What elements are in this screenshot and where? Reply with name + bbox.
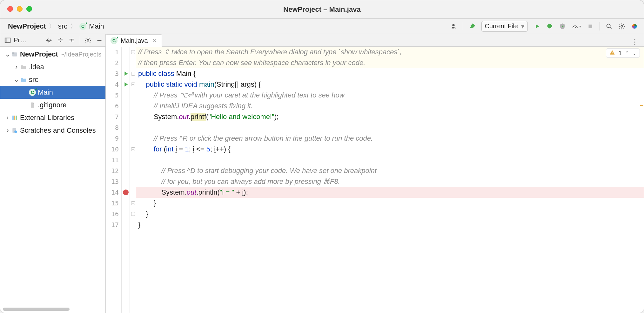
- build-icon[interactable]: [469, 23, 476, 30]
- editor-tab-main[interactable]: C Main.java ✕: [106, 34, 162, 47]
- fold-gutter-cell[interactable]: [130, 155, 136, 165]
- line-number[interactable]: 17: [106, 219, 121, 230]
- run-gutter-cell[interactable]: [122, 187, 130, 198]
- code-line[interactable]: System.out.printf("Hello and welcome!");: [136, 111, 644, 122]
- line-number[interactable]: 11: [106, 155, 121, 165]
- fold-gutter-cell[interactable]: [130, 144, 136, 155]
- line-number[interactable]: 8: [106, 122, 121, 133]
- fold-gutter-cell[interactable]: [130, 90, 136, 101]
- run-gutter-cell[interactable]: [122, 79, 130, 90]
- run-gutter-cell[interactable]: [122, 47, 130, 57]
- code-line[interactable]: // IntelliJ IDEA suggests fixing it.: [136, 101, 644, 111]
- fold-gutter-cell[interactable]: [130, 187, 136, 198]
- code-line[interactable]: [136, 122, 644, 133]
- code-line[interactable]: // Press ⌥⏎ with your caret at the highl…: [136, 90, 644, 101]
- line-number[interactable]: 15: [106, 198, 121, 209]
- run-gutter-cell[interactable]: [122, 209, 130, 219]
- tree-item-gitignore[interactable]: .gitignore: [0, 99, 105, 111]
- code-with-me-icon[interactable]: [450, 23, 457, 30]
- code-line[interactable]: }: [136, 209, 644, 219]
- line-number[interactable]: 3: [106, 68, 121, 79]
- code-line[interactable]: [136, 155, 644, 165]
- twistie-open-icon[interactable]: ⌄: [13, 76, 20, 84]
- breakpoint-icon[interactable]: [123, 190, 129, 195]
- line-number[interactable]: 16: [106, 209, 121, 219]
- run-gutter-cell[interactable]: [122, 219, 130, 230]
- fold-gutter-cell[interactable]: [130, 133, 136, 144]
- debug-button[interactable]: [546, 23, 553, 30]
- run-gutter-cell[interactable]: [122, 101, 130, 111]
- code-line[interactable]: // then press Enter. You can now see whi…: [136, 57, 644, 68]
- line-number[interactable]: 12: [106, 165, 121, 176]
- line-number[interactable]: 5: [106, 90, 121, 101]
- twistie-closed-icon[interactable]: ›: [4, 114, 11, 122]
- twistie-closed-icon[interactable]: ›: [4, 126, 11, 135]
- code-editor[interactable]: 1 ⌃ ⌄ 1234567891011121314151617 // Press…: [106, 47, 644, 313]
- next-problem-icon[interactable]: ⌄: [632, 50, 636, 56]
- run-gutter-cell[interactable]: [122, 90, 130, 101]
- close-tab-icon[interactable]: ✕: [152, 38, 157, 44]
- gutter-fold-markers[interactable]: [130, 47, 136, 313]
- ide-logo-icon[interactable]: [631, 23, 638, 30]
- gear-icon[interactable]: [84, 37, 91, 44]
- run-gutter-cell[interactable]: [122, 176, 130, 187]
- search-icon[interactable]: [606, 23, 613, 30]
- run-gutter-cell[interactable]: [122, 198, 130, 209]
- inspection-widget[interactable]: 1 ⌃ ⌄: [606, 48, 640, 58]
- line-number[interactable]: 13: [106, 176, 121, 187]
- run-gutter-cell[interactable]: [122, 165, 130, 176]
- gutter-line-numbers[interactable]: 1234567891011121314151617: [106, 47, 122, 313]
- tree-item-main[interactable]: C Main: [0, 86, 105, 99]
- code-line[interactable]: System.out.println("i = " + i);: [136, 187, 644, 198]
- profile-button[interactable]: ▾: [572, 23, 581, 30]
- project-tree[interactable]: ⌄ NewProject ~/IdeaProjects › .idea ⌄ sr…: [0, 47, 105, 313]
- breadcrumb-project[interactable]: NewProject: [8, 22, 46, 30]
- run-line-icon[interactable]: [122, 70, 129, 77]
- gutter-run-markers[interactable]: [122, 47, 130, 313]
- fold-gutter-cell[interactable]: [130, 101, 136, 111]
- prev-problem-icon[interactable]: ⌃: [625, 50, 629, 56]
- fold-gutter-cell[interactable]: [130, 122, 136, 133]
- run-gutter-cell[interactable]: [122, 144, 130, 155]
- expand-all-icon[interactable]: [57, 37, 64, 44]
- run-gutter-cell[interactable]: [122, 155, 130, 165]
- fold-gutter-cell[interactable]: [130, 47, 136, 57]
- fold-toggle-icon[interactable]: [131, 50, 135, 54]
- fold-gutter-cell[interactable]: [130, 79, 136, 90]
- run-line-icon[interactable]: [122, 81, 129, 88]
- code-line[interactable]: for (int i = 1; i <= 5; i++) {: [136, 144, 644, 155]
- fold-gutter-cell[interactable]: [130, 165, 136, 176]
- run-gutter-cell[interactable]: [122, 111, 130, 122]
- zoom-window-button[interactable]: [26, 6, 32, 12]
- fold-toggle-icon[interactable]: [131, 147, 135, 151]
- tree-item-idea[interactable]: › .idea: [0, 61, 105, 73]
- horizontal-scrollbar[interactable]: [3, 308, 103, 311]
- stripe-warning-mark[interactable]: [640, 105, 643, 106]
- collapse-all-icon[interactable]: [68, 37, 75, 44]
- tabs-overflow-icon[interactable]: ⋮: [631, 37, 644, 46]
- twistie-closed-icon[interactable]: ›: [13, 63, 20, 71]
- select-opened-file-icon[interactable]: [45, 37, 52, 44]
- fold-gutter-cell[interactable]: [130, 111, 136, 122]
- tree-item-scratches[interactable]: › Scratches and Consoles: [0, 124, 105, 137]
- run-config-combo[interactable]: Current File ▾: [481, 21, 528, 32]
- run-gutter-cell[interactable]: [122, 68, 130, 79]
- line-number[interactable]: 9: [106, 133, 121, 144]
- code-line[interactable]: public static void main(String[] args) {: [136, 79, 644, 90]
- minimize-window-button[interactable]: [17, 6, 23, 12]
- run-gutter-cell[interactable]: [122, 133, 130, 144]
- fold-gutter-cell[interactable]: [130, 209, 136, 219]
- run-button[interactable]: [533, 23, 540, 30]
- line-number[interactable]: 7: [106, 111, 121, 122]
- tree-item-src[interactable]: ⌄ src: [0, 73, 105, 86]
- fold-toggle-icon[interactable]: [131, 83, 135, 86]
- fold-gutter-cell[interactable]: [130, 219, 136, 230]
- tree-item-ext-libs[interactable]: › External Libraries: [0, 111, 105, 124]
- line-number[interactable]: 2: [106, 57, 121, 68]
- run-gutter-cell[interactable]: [122, 122, 130, 133]
- run-gutter-cell[interactable]: [122, 57, 130, 68]
- scrollbar-thumb[interactable]: [3, 308, 70, 311]
- code-line[interactable]: // Press ⇧ twice to open the Search Ever…: [136, 47, 644, 57]
- fold-gutter-cell[interactable]: [130, 68, 136, 79]
- line-number[interactable]: 4: [106, 79, 121, 90]
